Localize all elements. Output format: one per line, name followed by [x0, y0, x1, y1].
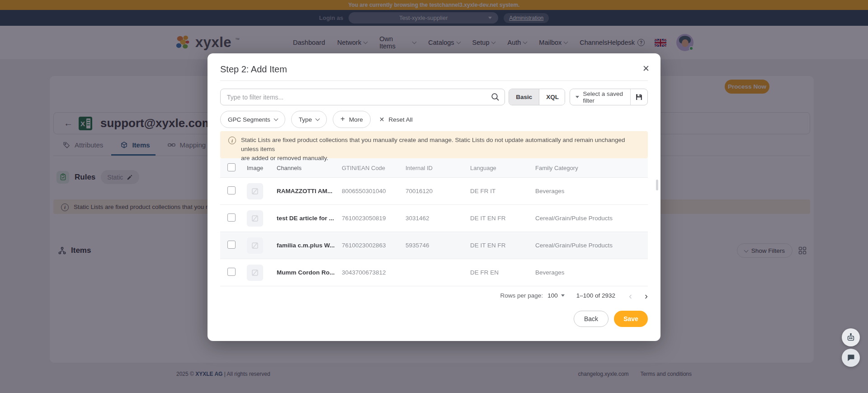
select-all-checkbox[interactable] — [227, 163, 236, 171]
items-table: Image Channels GTIN/EAN Code Internal ID… — [220, 158, 648, 286]
rows-per-page-label: Rows per page: — [500, 292, 543, 299]
table-row[interactable]: Mumm Cordon Ro... 3043700673812 DE FR EN… — [220, 259, 648, 286]
item-gtin: 8006550301040 — [335, 188, 399, 194]
modal-title: Step 2: Add Item — [220, 64, 648, 75]
item-name: Mumm Cordon Ro... — [270, 269, 335, 276]
no-image-placeholder — [247, 265, 263, 281]
filter-mode-toggle: Basic XQL — [509, 89, 565, 105]
item-gtin: 7610023050819 — [335, 215, 399, 222]
chat-bubble-icon — [846, 353, 855, 362]
previous-page-button[interactable]: ‹ — [629, 291, 632, 300]
table-row[interactable]: familia c.m.plus W... 7610023002863 5935… — [220, 232, 648, 259]
x-icon: ✕ — [379, 116, 385, 123]
floppy-disk-icon — [635, 93, 643, 101]
mode-basic-button[interactable]: Basic — [509, 89, 539, 105]
col-family-category: Family Category — [528, 165, 648, 171]
col-image: Image — [240, 165, 270, 171]
table-row[interactable]: test DE article for ... 7610023050819 30… — [220, 205, 648, 232]
item-family: Cereal/Grain/Pulse Products — [528, 242, 648, 249]
col-language: Language — [463, 165, 528, 171]
item-language: DE IT EN FR — [463, 242, 528, 249]
item-language: DE IT EN FR — [463, 215, 528, 222]
saved-filter-select[interactable]: Select a saved filter — [570, 90, 631, 104]
no-image-placeholder — [247, 183, 263, 199]
add-item-modal: Step 2: Add Item ✕ Basic XQL Select a sa… — [208, 53, 660, 341]
row-checkbox[interactable] — [227, 186, 236, 194]
filter-toolbar: Basic XQL Select a saved filter — [220, 89, 648, 105]
item-gtin: 3043700673812 — [335, 269, 399, 276]
item-name: familia c.m.plus W... — [270, 242, 335, 249]
row-checkbox[interactable] — [227, 268, 236, 276]
col-internal-id: Internal ID — [399, 165, 463, 171]
chevron-down-icon — [561, 294, 565, 297]
item-family: Cereal/Grain/Pulse Products — [528, 215, 648, 222]
pagination-range: 1–100 of 2932 — [576, 292, 615, 299]
col-channels: Channels — [270, 165, 335, 171]
plus-icon: + — [340, 114, 345, 123]
reset-all-button[interactable]: ✕ Reset All — [377, 111, 415, 128]
static-list-notice: i Static Lists are fixed product collect… — [220, 131, 648, 158]
save-button[interactable]: Save — [614, 311, 648, 327]
item-gtin: 7610023002863 — [335, 242, 399, 249]
saved-filter-control: Select a saved filter — [570, 89, 648, 105]
chevron-down-icon — [576, 96, 579, 98]
next-page-button[interactable]: › — [645, 291, 648, 300]
item-family: Beverages — [528, 188, 648, 194]
pagination-bar: Rows per page: 100 1–100 of 2932 ‹ › — [220, 286, 648, 304]
item-family: Beverages — [528, 269, 648, 276]
modal-actions: Back Save — [220, 311, 648, 327]
close-icon[interactable]: ✕ — [642, 63, 650, 74]
row-checkbox[interactable] — [227, 241, 236, 249]
no-image-placeholder — [247, 237, 263, 254]
item-language: DE FR IT — [463, 188, 528, 194]
item-name: RAMAZZOTTI AM... — [270, 188, 335, 194]
info-icon: i — [228, 137, 236, 144]
gpc-segments-filter[interactable]: GPC Segments — [220, 111, 285, 128]
no-image-placeholder — [247, 210, 263, 227]
modal-header: Step 2: Add Item ✕ — [220, 53, 648, 81]
assistant-robot-button[interactable] — [842, 328, 860, 346]
type-filter[interactable]: Type — [291, 111, 327, 128]
item-internal-id: 70016120 — [399, 188, 463, 194]
table-row[interactable]: RAMAZZOTTI AM... 8006550301040 70016120 … — [220, 178, 648, 205]
rows-per-page-select[interactable]: 100 — [547, 292, 565, 299]
item-internal-id: 5935746 — [399, 242, 463, 249]
back-button[interactable]: Back — [574, 311, 609, 327]
filter-items-input[interactable] — [220, 89, 505, 105]
row-checkbox[interactable] — [227, 213, 236, 222]
item-name: test DE article for ... — [270, 215, 335, 222]
item-internal-id: 3031462 — [399, 215, 463, 222]
chat-button[interactable] — [842, 349, 860, 367]
item-language: DE FR EN — [463, 269, 528, 276]
search-icon[interactable] — [491, 92, 500, 103]
mode-xql-button[interactable]: XQL — [539, 89, 565, 105]
scrollbar-thumb[interactable] — [656, 180, 658, 190]
more-filters-button[interactable]: + More — [333, 111, 371, 128]
col-gtin: GTIN/EAN Code — [335, 165, 399, 171]
chevron-down-icon — [316, 116, 320, 121]
chevron-down-icon — [274, 116, 278, 121]
robot-icon — [846, 332, 856, 342]
filter-chips-row: GPC Segments Type + More ✕ Reset All — [220, 111, 648, 128]
save-filter-button[interactable] — [630, 89, 647, 105]
